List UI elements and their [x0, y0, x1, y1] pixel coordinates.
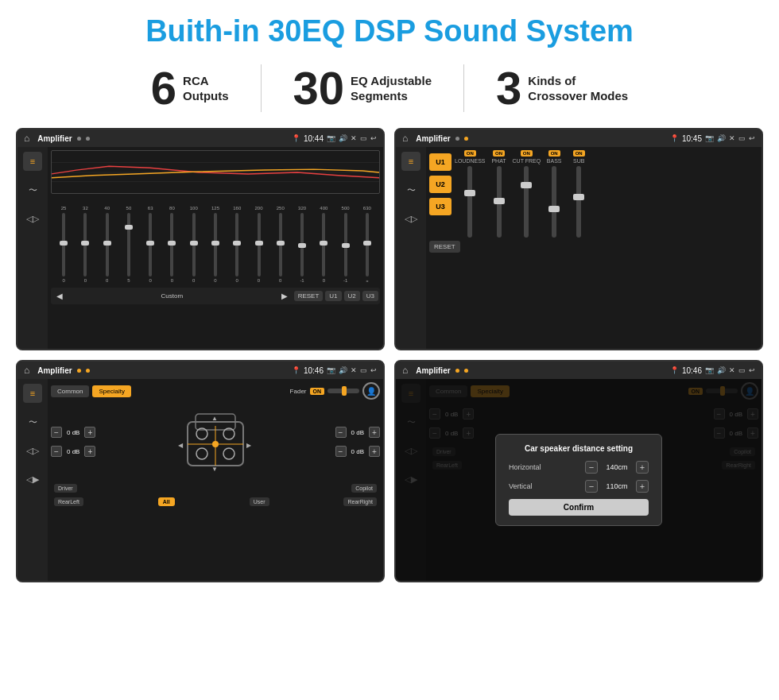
thumb-8[interactable]	[233, 241, 241, 246]
vertical-value: 110cm	[601, 482, 633, 490]
minimize-icon-4: ▭	[738, 366, 746, 374]
u1-btn[interactable]: U1	[429, 153, 452, 171]
ch-thumb-loud[interactable]	[464, 190, 475, 196]
db-minus-br[interactable]: −	[335, 446, 347, 457]
u2-btn[interactable]: U2	[429, 176, 452, 193]
thumb-3[interactable]	[125, 225, 133, 230]
slider-0[interactable]	[62, 213, 65, 277]
ch-phat: ON PHAT	[488, 150, 510, 238]
ch-slider-bass[interactable]	[552, 166, 556, 238]
slider-1[interactable]	[83, 213, 87, 277]
db-plus-bl[interactable]: +	[84, 446, 95, 457]
time-1: 10:44	[304, 134, 324, 143]
thumb-13[interactable]	[342, 243, 350, 248]
ch-cutfreq: ON CUT FREQ	[513, 150, 541, 238]
slider-6[interactable]	[192, 213, 196, 277]
vertical-minus[interactable]: −	[585, 480, 598, 493]
db-minus-bl[interactable]: −	[51, 446, 62, 457]
thumb-12[interactable]	[320, 241, 327, 246]
sidebar-wave-icon-3[interactable]: 〜	[23, 412, 42, 431]
slider-8[interactable]	[235, 213, 238, 277]
vertical-plus[interactable]: +	[636, 480, 649, 493]
ch-slider-cut[interactable]	[524, 166, 529, 238]
sidebar-vol-icon-2[interactable]: ◁▷	[401, 209, 421, 228]
slider-14[interactable]	[366, 213, 369, 277]
u1-btn-1[interactable]: U1	[325, 291, 341, 301]
thumb-10[interactable]	[277, 241, 285, 246]
fader-slider-3[interactable]	[327, 389, 359, 393]
slider-5[interactable]	[170, 213, 173, 277]
slider-2[interactable]	[106, 213, 109, 277]
thumb-11[interactable]	[298, 243, 306, 248]
stat-number-rca: 6	[151, 65, 176, 111]
sidebar-eq-icon-3[interactable]: ≡	[23, 384, 42, 403]
slider-13[interactable]	[344, 213, 347, 277]
db-plus-tr[interactable]: +	[369, 427, 380, 438]
slider-11[interactable]	[300, 213, 304, 277]
sidebar-eq-icon[interactable]: ≡	[23, 152, 42, 171]
db-ctl-tl: − 0 dB +	[51, 427, 95, 438]
slider-7[interactable]	[214, 213, 217, 277]
sidebar-vol-icon[interactable]: ◁▷	[23, 209, 42, 228]
prev-btn[interactable]: ◀	[52, 290, 67, 302]
ch-slider-sub[interactable]	[576, 166, 581, 238]
horizontal-minus[interactable]: −	[585, 461, 598, 474]
db-plus-tl[interactable]: +	[84, 427, 95, 438]
thumb-6[interactable]	[190, 241, 198, 246]
reset-btn-1[interactable]: RESET	[294, 291, 324, 301]
db-minus-tr[interactable]: −	[335, 427, 347, 438]
sidebar-wave-icon[interactable]: 〜	[23, 180, 42, 199]
back-icon-1: ↩	[370, 134, 377, 142]
status-dot-4b	[464, 369, 468, 373]
db-val-tl: 0 dB	[64, 429, 82, 436]
ch-thumb-bass[interactable]	[548, 206, 560, 212]
slider-10[interactable]	[279, 213, 282, 277]
thumb-2[interactable]	[103, 241, 111, 246]
thumb-5[interactable]	[168, 241, 176, 246]
u3-btn[interactable]: U3	[429, 198, 452, 215]
db-minus-tl[interactable]: −	[51, 427, 62, 438]
reset-btn-2[interactable]: RESET	[429, 241, 460, 253]
ch-thumb-sub[interactable]	[573, 194, 584, 200]
home-icon-1[interactable]: ⌂	[24, 133, 29, 144]
screen-speaker: ⌂ Amplifier 📍 10:46 📷 🔊 ✕ ▭ ↩ ≡ 〜 ◁▷ ◁▶	[16, 360, 385, 582]
close-icon-1: ✕	[351, 134, 357, 142]
pin-icon-3: 📍	[292, 366, 300, 374]
eq-col-6: 100 0	[184, 206, 203, 283]
ch-thumb-phat[interactable]	[494, 198, 505, 204]
ch-slider-phat[interactable]	[497, 166, 502, 238]
thumb-14[interactable]	[363, 241, 371, 246]
thumb-0[interactable]	[60, 241, 68, 246]
svg-text:▲: ▲	[211, 415, 218, 422]
slider-12[interactable]	[322, 213, 325, 277]
slider-3[interactable]	[127, 213, 130, 277]
horizontal-plus[interactable]: +	[636, 461, 649, 474]
sidebar-wave-icon-2[interactable]: 〜	[401, 180, 421, 199]
sidebar-eq-icon-2[interactable]: ≡	[401, 152, 421, 171]
db-plus-br[interactable]: +	[369, 446, 380, 457]
next-btn[interactable]: ▶	[277, 290, 292, 302]
topbar-icons-2: 📍 10:45 📷 🔊 ✕ ▭ ↩	[670, 134, 755, 143]
slider-9[interactable]	[258, 213, 261, 277]
thumb-4[interactable]	[146, 241, 154, 246]
u3-btn-1[interactable]: U3	[362, 291, 378, 301]
thumb-9[interactable]	[255, 241, 263, 246]
tab-common-3[interactable]: Common	[51, 385, 89, 397]
slider-4[interactable]	[149, 213, 152, 277]
thumb-1[interactable]	[81, 241, 89, 246]
home-icon-3[interactable]: ⌂	[24, 365, 29, 376]
sidebar-vol-icon-3[interactable]: ◁▷	[23, 441, 42, 460]
ch-sub: ON SUB	[568, 150, 590, 238]
status-dot-2a	[455, 137, 459, 141]
thumb-7[interactable]	[211, 241, 219, 246]
home-icon-2[interactable]: ⌂	[402, 133, 408, 144]
sidebar-extra-icon-3[interactable]: ◁▶	[23, 470, 42, 489]
tab-specialty-3[interactable]: Specialty	[92, 385, 130, 397]
all-btn[interactable]: All	[158, 497, 175, 506]
home-icon-4[interactable]: ⌂	[402, 365, 408, 376]
ch-thumb-cut[interactable]	[521, 182, 532, 188]
volume-icon-1: 🔊	[339, 134, 347, 142]
confirm-button[interactable]: Confirm	[509, 499, 649, 516]
u2-btn-1[interactable]: U2	[344, 291, 360, 301]
ch-slider-loud[interactable]	[467, 166, 472, 238]
